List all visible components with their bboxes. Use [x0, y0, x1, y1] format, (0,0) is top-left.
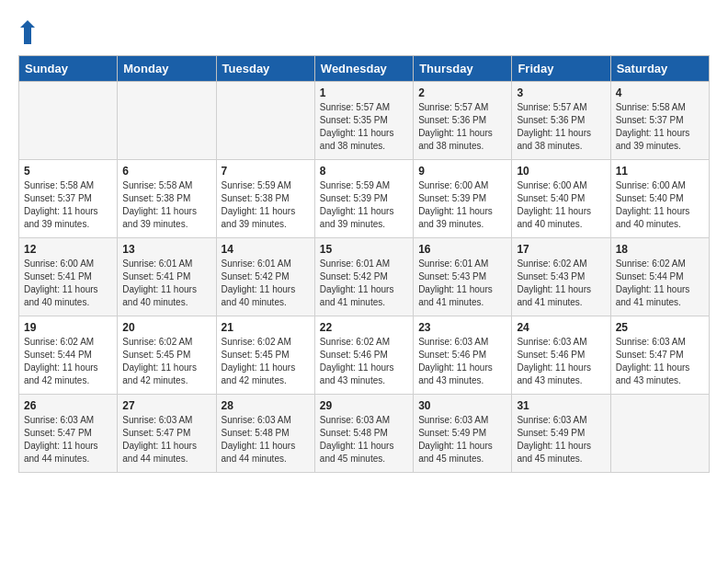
day-number: 12 — [24, 243, 112, 256]
logo-icon — [18, 18, 37, 46]
day-number: 16 — [418, 243, 506, 256]
day-number: 27 — [122, 399, 210, 412]
day-number: 7 — [222, 165, 310, 178]
day-info: Sunrise: 5:59 AMSunset: 5:39 PMDaylight:… — [320, 179, 408, 231]
day-info: Sunrise: 5:57 AMSunset: 5:35 PMDaylight:… — [320, 101, 408, 153]
day-number: 15 — [320, 243, 408, 256]
calendar-cell — [216, 82, 314, 160]
calendar-cell: 23Sunrise: 6:03 AMSunset: 5:46 PMDayligh… — [414, 316, 512, 395]
calendar-cell: 19Sunrise: 6:02 AMSunset: 5:44 PMDayligh… — [19, 316, 118, 395]
calendar-cell: 15Sunrise: 6:01 AMSunset: 5:42 PMDayligh… — [314, 238, 413, 316]
calendar-cell: 8Sunrise: 5:59 AMSunset: 5:39 PMDaylight… — [314, 160, 413, 238]
calendar-week-row: 5Sunrise: 5:58 AMSunset: 5:37 PMDaylight… — [19, 160, 710, 238]
calendar-header-monday: Monday — [118, 56, 216, 82]
day-info: Sunrise: 6:03 AMSunset: 5:47 PMDaylight:… — [24, 414, 112, 465]
calendar-header-sunday: Sunday — [19, 56, 118, 82]
day-number: 9 — [418, 165, 506, 178]
day-number: 1 — [320, 86, 408, 99]
day-number: 17 — [517, 243, 605, 256]
day-info: Sunrise: 6:03 AMSunset: 5:46 PMDaylight:… — [517, 336, 605, 387]
day-info: Sunrise: 6:00 AMSunset: 5:40 PMDaylight:… — [517, 179, 605, 231]
day-info: Sunrise: 6:03 AMSunset: 5:47 PMDaylight:… — [616, 336, 704, 387]
day-info: Sunrise: 6:00 AMSunset: 5:39 PMDaylight:… — [418, 179, 506, 231]
calendar-cell: 1Sunrise: 5:57 AMSunset: 5:35 PMDaylight… — [314, 82, 413, 160]
calendar-cell: 17Sunrise: 6:02 AMSunset: 5:43 PMDayligh… — [512, 238, 610, 316]
day-info: Sunrise: 6:02 AMSunset: 5:45 PMDaylight:… — [122, 336, 210, 387]
day-info: Sunrise: 6:03 AMSunset: 5:48 PMDaylight:… — [320, 414, 408, 465]
day-info: Sunrise: 6:03 AMSunset: 5:49 PMDaylight:… — [418, 414, 506, 465]
day-info: Sunrise: 6:02 AMSunset: 5:43 PMDaylight:… — [517, 258, 605, 309]
calendar-header-row: SundayMondayTuesdayWednesdayThursdayFrid… — [19, 56, 710, 82]
day-number: 19 — [24, 321, 112, 334]
calendar-week-row: 12Sunrise: 6:00 AMSunset: 5:41 PMDayligh… — [19, 238, 710, 316]
calendar-cell: 22Sunrise: 6:02 AMSunset: 5:46 PMDayligh… — [314, 316, 413, 395]
svg-marker-0 — [20, 20, 35, 44]
day-number: 4 — [616, 86, 704, 99]
calendar-week-row: 26Sunrise: 6:03 AMSunset: 5:47 PMDayligh… — [19, 395, 710, 473]
calendar-cell: 14Sunrise: 6:01 AMSunset: 5:42 PMDayligh… — [216, 238, 314, 316]
calendar-cell: 13Sunrise: 6:01 AMSunset: 5:41 PMDayligh… — [118, 238, 216, 316]
day-number: 3 — [517, 86, 605, 99]
day-info: Sunrise: 6:03 AMSunset: 5:49 PMDaylight:… — [517, 414, 605, 465]
day-number: 6 — [122, 165, 210, 178]
calendar-cell: 7Sunrise: 5:59 AMSunset: 5:38 PMDaylight… — [216, 160, 314, 238]
calendar-header-wednesday: Wednesday — [314, 56, 413, 82]
day-info: Sunrise: 6:02 AMSunset: 5:45 PMDaylight:… — [222, 336, 310, 387]
calendar-cell: 11Sunrise: 6:00 AMSunset: 5:40 PMDayligh… — [610, 160, 709, 238]
day-number: 30 — [418, 399, 506, 412]
calendar-cell: 9Sunrise: 6:00 AMSunset: 5:39 PMDaylight… — [414, 160, 512, 238]
logo — [18, 18, 40, 46]
calendar-cell: 3Sunrise: 5:57 AMSunset: 5:36 PMDaylight… — [512, 82, 610, 160]
day-info: Sunrise: 5:58 AMSunset: 5:37 PMDaylight:… — [24, 179, 112, 231]
day-info: Sunrise: 6:01 AMSunset: 5:42 PMDaylight:… — [320, 258, 408, 309]
day-number: 21 — [222, 321, 310, 334]
day-number: 8 — [320, 165, 408, 178]
day-info: Sunrise: 5:59 AMSunset: 5:38 PMDaylight:… — [222, 179, 310, 231]
day-number: 14 — [222, 243, 310, 256]
calendar-header-friday: Friday — [512, 56, 610, 82]
calendar-cell — [610, 395, 709, 473]
day-number: 22 — [320, 321, 408, 334]
calendar-cell: 2Sunrise: 5:57 AMSunset: 5:36 PMDaylight… — [414, 82, 512, 160]
calendar-cell: 6Sunrise: 5:58 AMSunset: 5:38 PMDaylight… — [118, 160, 216, 238]
day-number: 20 — [122, 321, 210, 334]
calendar-cell: 20Sunrise: 6:02 AMSunset: 5:45 PMDayligh… — [118, 316, 216, 395]
calendar-cell: 27Sunrise: 6:03 AMSunset: 5:47 PMDayligh… — [118, 395, 216, 473]
day-info: Sunrise: 6:02 AMSunset: 5:46 PMDaylight:… — [320, 336, 408, 387]
calendar-cell: 4Sunrise: 5:58 AMSunset: 5:37 PMDaylight… — [610, 82, 709, 160]
calendar-table: SundayMondayTuesdayWednesdayThursdayFrid… — [18, 55, 710, 473]
day-number: 28 — [222, 399, 310, 412]
calendar-cell: 30Sunrise: 6:03 AMSunset: 5:49 PMDayligh… — [414, 395, 512, 473]
calendar-cell: 26Sunrise: 6:03 AMSunset: 5:47 PMDayligh… — [19, 395, 118, 473]
calendar-cell: 31Sunrise: 6:03 AMSunset: 5:49 PMDayligh… — [512, 395, 610, 473]
day-info: Sunrise: 5:57 AMSunset: 5:36 PMDaylight:… — [418, 101, 506, 153]
calendar-cell: 21Sunrise: 6:02 AMSunset: 5:45 PMDayligh… — [216, 316, 314, 395]
page-header — [18, 18, 710, 46]
calendar-cell: 5Sunrise: 5:58 AMSunset: 5:37 PMDaylight… — [19, 160, 118, 238]
day-number: 23 — [418, 321, 506, 334]
day-number: 31 — [517, 399, 605, 412]
day-info: Sunrise: 6:01 AMSunset: 5:41 PMDaylight:… — [122, 258, 210, 309]
day-info: Sunrise: 6:00 AMSunset: 5:40 PMDaylight:… — [616, 179, 704, 231]
calendar-week-row: 19Sunrise: 6:02 AMSunset: 5:44 PMDayligh… — [19, 316, 710, 395]
calendar-week-row: 1Sunrise: 5:57 AMSunset: 5:35 PMDaylight… — [19, 82, 710, 160]
calendar-header-thursday: Thursday — [414, 56, 512, 82]
day-info: Sunrise: 6:01 AMSunset: 5:42 PMDaylight:… — [222, 258, 310, 309]
calendar-cell: 16Sunrise: 6:01 AMSunset: 5:43 PMDayligh… — [414, 238, 512, 316]
day-number: 24 — [517, 321, 605, 334]
calendar-header-tuesday: Tuesday — [216, 56, 314, 82]
day-info: Sunrise: 6:01 AMSunset: 5:43 PMDaylight:… — [418, 258, 506, 309]
day-number: 26 — [24, 399, 112, 412]
day-number: 25 — [616, 321, 704, 334]
calendar-cell — [19, 82, 118, 160]
calendar-cell: 10Sunrise: 6:00 AMSunset: 5:40 PMDayligh… — [512, 160, 610, 238]
day-info: Sunrise: 5:58 AMSunset: 5:38 PMDaylight:… — [122, 179, 210, 231]
calendar-cell — [118, 82, 216, 160]
day-info: Sunrise: 6:03 AMSunset: 5:47 PMDaylight:… — [122, 414, 210, 465]
day-number: 18 — [616, 243, 704, 256]
day-info: Sunrise: 6:02 AMSunset: 5:44 PMDaylight:… — [616, 258, 704, 309]
day-number: 11 — [616, 165, 704, 178]
calendar-header-saturday: Saturday — [610, 56, 709, 82]
calendar-cell: 25Sunrise: 6:03 AMSunset: 5:47 PMDayligh… — [610, 316, 709, 395]
day-info: Sunrise: 6:03 AMSunset: 5:46 PMDaylight:… — [418, 336, 506, 387]
